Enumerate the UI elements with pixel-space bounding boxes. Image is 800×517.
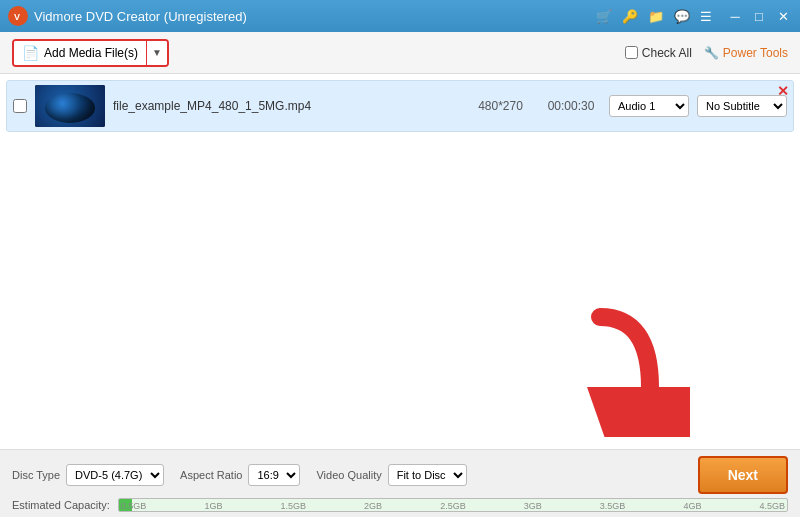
video-quality-select[interactable]: Fit to Disc High Medium Low [388,464,467,486]
capacity-row: Estimated Capacity: 0.5GB 1GB 1.5GB 2GB … [12,498,788,512]
app-logo: V [8,6,28,26]
next-button[interactable]: Next [698,456,788,494]
disc-type-group: Disc Type DVD-5 (4.7G) DVD-9 (8.5G) Blu-… [12,464,164,486]
chat-icon[interactable]: 💬 [674,9,690,24]
tick-25gb: 2.5GB [440,501,466,511]
bottom-bar: Disc Type DVD-5 (4.7G) DVD-9 (8.5G) Blu-… [0,449,800,517]
file-close-button[interactable]: ✕ [777,83,789,99]
add-media-dropdown-arrow[interactable]: ▼ [146,41,167,65]
file-duration: 00:00:30 [541,99,601,113]
minimize-button[interactable]: ─ [726,7,744,25]
restore-button[interactable]: □ [750,7,768,25]
subtitle-select[interactable]: No Subtitle [697,95,787,117]
tick-45gb: 4.5GB [759,501,785,511]
file-row: file_example_MP4_480_1_5MG.mp4 480*270 0… [6,80,794,132]
file-checkbox[interactable] [13,99,27,113]
folder-icon[interactable]: 📁 [648,9,664,24]
aspect-ratio-select[interactable]: 16:9 4:3 [248,464,300,486]
menu-icon[interactable]: ☰ [700,9,712,24]
add-media-button[interactable]: 📄 Add Media File(s) ▼ [12,39,169,67]
thumbnail-globe [35,85,105,127]
file-resolution: 480*270 [468,99,533,113]
check-all-checkbox[interactable] [625,46,638,59]
estimated-capacity-label: Estimated Capacity: [12,499,110,511]
window-title: Vidmore DVD Creator (Unregistered) [34,9,596,24]
tick-35gb: 3.5GB [600,501,626,511]
svg-text:V: V [14,12,20,22]
tick-4gb: 4GB [683,501,701,511]
video-quality-group: Video Quality Fit to Disc High Medium Lo… [316,464,466,486]
tick-1gb: 1GB [204,501,222,511]
disc-type-select[interactable]: DVD-5 (4.7G) DVD-9 (8.5G) Blu-ray 25G Bl… [66,464,164,486]
key-icon[interactable]: 🔑 [622,9,638,24]
dropdown-chevron-icon: ▼ [152,47,162,58]
close-window-button[interactable]: ✕ [774,7,792,25]
capacity-ticks: 0.5GB 1GB 1.5GB 2GB 2.5GB 3GB 3.5GB 4GB … [119,499,787,511]
aspect-ratio-group: Aspect Ratio 16:9 4:3 [180,464,300,486]
app-wrapper: V Vidmore DVD Creator (Unregistered) 🛒 🔑… [0,0,800,517]
tick-2gb: 2GB [364,501,382,511]
cart-icon[interactable]: 🛒 [596,9,612,24]
toolbar-right: Check All 🔧 Power Tools [625,46,788,60]
check-all-text: Check All [642,46,692,60]
video-quality-label: Video Quality [316,469,381,481]
add-media-icon: 📄 [22,45,39,61]
power-tools-button[interactable]: 🔧 Power Tools [704,46,788,60]
tick-3gb: 3GB [524,501,542,511]
file-thumbnail [35,85,105,127]
add-media-main[interactable]: 📄 Add Media File(s) [14,41,146,65]
tick-15gb: 1.5GB [280,501,306,511]
disc-type-label: Disc Type [12,469,60,481]
capacity-bar: 0.5GB 1GB 1.5GB 2GB 2.5GB 3GB 3.5GB 4GB … [118,498,788,512]
title-bar-icons: 🛒 🔑 📁 💬 ☰ ─ □ ✕ [596,7,792,25]
audio-select[interactable]: Audio 1 [609,95,689,117]
content-area: file_example_MP4_480_1_5MG.mp4 480*270 0… [0,74,800,449]
bottom-controls: Disc Type DVD-5 (4.7G) DVD-9 (8.5G) Blu-… [12,456,788,494]
aspect-ratio-label: Aspect Ratio [180,469,242,481]
add-media-label: Add Media File(s) [44,46,138,60]
power-tools-icon: 🔧 [704,46,719,60]
file-name: file_example_MP4_480_1_5MG.mp4 [113,99,460,113]
power-tools-label: Power Tools [723,46,788,60]
tick-05gb: 0.5GB [121,501,147,511]
title-bar: V Vidmore DVD Creator (Unregistered) 🛒 🔑… [0,0,800,32]
check-all-label: Check All [625,46,692,60]
toolbar: 📄 Add Media File(s) ▼ Check All 🔧 Power … [0,32,800,74]
